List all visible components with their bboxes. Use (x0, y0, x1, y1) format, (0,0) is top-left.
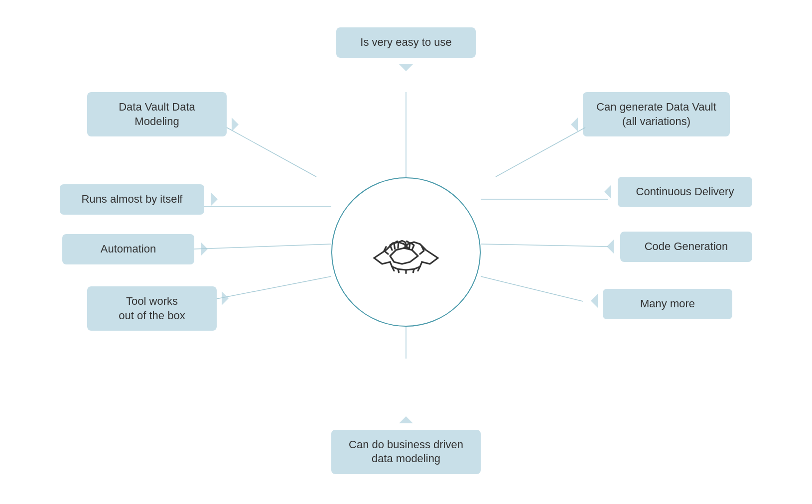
center-circle (331, 177, 481, 327)
handshake-icon (366, 222, 446, 282)
bubble-runs-by-itself-text: Runs almost by itself (82, 193, 183, 205)
bubble-generate-data-vault: Can generate Data Vault(all variations) (583, 92, 730, 136)
svg-line-5 (194, 244, 331, 249)
bubble-code-generation-text: Code Generation (645, 240, 728, 252)
svg-line-7 (217, 276, 331, 299)
bubble-easy-to-use: Is very easy to use (336, 27, 476, 58)
bubble-automation: Automation (62, 234, 194, 264)
bubble-business-driven: Can do business drivendata modeling (331, 430, 481, 474)
svg-line-1 (227, 127, 316, 177)
diagram-container: Is very easy to use Data Vault Data Mode… (0, 0, 812, 504)
bubble-many-more-text: Many more (640, 297, 695, 310)
bubble-data-vault-modeling-text: Data Vault Data Modeling (119, 101, 195, 127)
bubble-many-more: Many more (603, 289, 732, 319)
bubble-continuous-delivery: Continuous Delivery (618, 177, 752, 207)
bubble-runs-by-itself: Runs almost by itself (60, 184, 204, 215)
bubble-tool-works-text: Tool worksout of the box (119, 295, 185, 322)
bubble-generate-data-vault-text: Can generate Data Vault(all variations) (596, 101, 716, 127)
svg-line-2 (496, 127, 585, 177)
bubble-code-generation: Code Generation (620, 232, 752, 262)
svg-line-6 (481, 244, 608, 247)
bubble-automation-text: Automation (101, 243, 156, 255)
bubble-easy-to-use-text: Is very easy to use (360, 36, 451, 48)
svg-line-8 (481, 276, 583, 301)
bubble-business-driven-text: Can do business drivendata modeling (349, 438, 463, 465)
bubble-tool-works: Tool worksout of the box (87, 286, 217, 331)
bubble-continuous-delivery-text: Continuous Delivery (636, 185, 734, 198)
bubble-data-vault-modeling: Data Vault Data Modeling (87, 92, 227, 136)
